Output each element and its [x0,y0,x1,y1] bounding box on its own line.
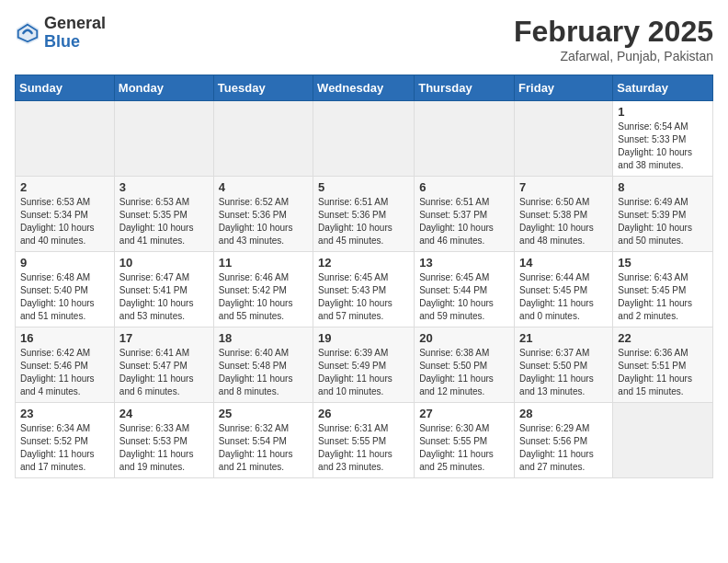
day-info: Sunrise: 6:48 AM Sunset: 5:40 PM Dayligh… [20,271,109,323]
calendar-day-header: Monday [114,75,213,101]
calendar-cell: 10Sunrise: 6:47 AM Sunset: 5:41 PM Dayli… [114,252,213,327]
calendar-day-header: Tuesday [213,75,313,101]
calendar-cell: 24Sunrise: 6:33 AM Sunset: 5:53 PM Dayli… [114,403,213,478]
calendar-week-row: 9Sunrise: 6:48 AM Sunset: 5:40 PM Daylig… [16,252,713,327]
calendar-cell: 26Sunrise: 6:31 AM Sunset: 5:55 PM Dayli… [313,403,415,478]
calendar-cell: 19Sunrise: 6:39 AM Sunset: 5:49 PM Dayli… [313,327,415,403]
day-number: 9 [20,256,109,270]
logo-blue-text: Blue [44,32,80,51]
calendar-cell: 6Sunrise: 6:51 AM Sunset: 5:37 PM Daylig… [415,177,515,252]
calendar-cell [114,101,213,177]
calendar-week-row: 23Sunrise: 6:34 AM Sunset: 5:52 PM Dayli… [16,403,713,478]
page-header: General Blue February 2025 Zafarwal, Pun… [15,15,713,63]
day-number: 11 [219,256,308,270]
logo-icon [15,20,40,46]
calendar-cell: 3Sunrise: 6:53 AM Sunset: 5:35 PM Daylig… [114,177,213,252]
day-info: Sunrise: 6:43 AM Sunset: 5:45 PM Dayligh… [618,271,708,323]
calendar-cell: 1Sunrise: 6:54 AM Sunset: 5:33 PM Daylig… [613,101,713,177]
day-number: 6 [419,180,509,194]
day-info: Sunrise: 6:33 AM Sunset: 5:53 PM Dayligh… [119,422,209,474]
calendar-table: SundayMondayTuesdayWednesdayThursdayFrid… [15,75,713,478]
calendar-cell: 11Sunrise: 6:46 AM Sunset: 5:42 PM Dayli… [213,252,313,327]
day-number: 10 [119,256,209,270]
calendar-cell: 9Sunrise: 6:48 AM Sunset: 5:40 PM Daylig… [16,252,115,327]
calendar-cell [313,101,415,177]
day-number: 22 [618,331,708,345]
day-number: 28 [519,407,608,420]
calendar-day-header: Friday [515,75,613,101]
day-number: 16 [20,331,109,345]
calendar-cell: 13Sunrise: 6:45 AM Sunset: 5:44 PM Dayli… [415,252,515,327]
day-number: 12 [318,256,409,270]
calendar-cell: 20Sunrise: 6:38 AM Sunset: 5:50 PM Dayli… [415,327,515,403]
day-info: Sunrise: 6:45 AM Sunset: 5:44 PM Dayligh… [419,271,509,323]
day-number: 21 [519,331,608,345]
calendar-cell [415,101,515,177]
main-title: February 2025 [514,15,713,49]
day-info: Sunrise: 6:36 AM Sunset: 5:51 PM Dayligh… [618,347,708,398]
subtitle: Zafarwal, Punjab, Pakistan [514,49,713,63]
calendar-cell: 12Sunrise: 6:45 AM Sunset: 5:43 PM Dayli… [313,252,415,327]
day-info: Sunrise: 6:53 AM Sunset: 5:34 PM Dayligh… [20,196,109,247]
day-number: 26 [318,407,409,420]
day-info: Sunrise: 6:29 AM Sunset: 5:56 PM Dayligh… [519,422,608,474]
day-number: 1 [618,105,708,119]
calendar-cell: 28Sunrise: 6:29 AM Sunset: 5:56 PM Dayli… [515,403,613,478]
calendar-week-row: 16Sunrise: 6:42 AM Sunset: 5:46 PM Dayli… [16,327,713,403]
title-block: February 2025 Zafarwal, Punjab, Pakistan [514,15,713,63]
calendar-body: 1Sunrise: 6:54 AM Sunset: 5:33 PM Daylig… [16,101,713,478]
day-info: Sunrise: 6:50 AM Sunset: 5:38 PM Dayligh… [519,196,608,247]
calendar-cell: 5Sunrise: 6:51 AM Sunset: 5:36 PM Daylig… [313,177,415,252]
day-number: 2 [20,180,109,194]
day-info: Sunrise: 6:32 AM Sunset: 5:54 PM Dayligh… [219,422,308,474]
calendar-cell: 16Sunrise: 6:42 AM Sunset: 5:46 PM Dayli… [16,327,115,403]
calendar-cell: 18Sunrise: 6:40 AM Sunset: 5:48 PM Dayli… [213,327,313,403]
day-number: 19 [318,331,409,345]
calendar-cell: 8Sunrise: 6:49 AM Sunset: 5:39 PM Daylig… [613,177,713,252]
calendar-cell: 7Sunrise: 6:50 AM Sunset: 5:38 PM Daylig… [515,177,613,252]
day-info: Sunrise: 6:40 AM Sunset: 5:48 PM Dayligh… [219,347,308,398]
calendar-cell: 17Sunrise: 6:41 AM Sunset: 5:47 PM Dayli… [114,327,213,403]
day-number: 4 [219,180,308,194]
logo: General Blue [15,15,106,52]
calendar-cell: 22Sunrise: 6:36 AM Sunset: 5:51 PM Dayli… [613,327,713,403]
day-info: Sunrise: 6:47 AM Sunset: 5:41 PM Dayligh… [119,271,209,323]
day-info: Sunrise: 6:31 AM Sunset: 5:55 PM Dayligh… [318,422,409,474]
day-number: 15 [618,256,708,270]
calendar-cell: 27Sunrise: 6:30 AM Sunset: 5:55 PM Dayli… [415,403,515,478]
day-info: Sunrise: 6:39 AM Sunset: 5:49 PM Dayligh… [318,347,409,398]
calendar-cell: 23Sunrise: 6:34 AM Sunset: 5:52 PM Dayli… [16,403,115,478]
calendar-header: SundayMondayTuesdayWednesdayThursdayFrid… [16,75,713,101]
day-number: 14 [519,256,608,270]
day-number: 20 [419,331,509,345]
calendar-cell [16,101,115,177]
calendar-cell: 25Sunrise: 6:32 AM Sunset: 5:54 PM Dayli… [213,403,313,478]
logo-general-text: General [44,14,106,32]
day-info: Sunrise: 6:34 AM Sunset: 5:52 PM Dayligh… [20,422,109,474]
calendar-week-row: 1Sunrise: 6:54 AM Sunset: 5:33 PM Daylig… [16,101,713,177]
day-info: Sunrise: 6:51 AM Sunset: 5:37 PM Dayligh… [419,196,509,247]
calendar-week-row: 2Sunrise: 6:53 AM Sunset: 5:34 PM Daylig… [16,177,713,252]
day-number: 8 [618,180,708,194]
day-info: Sunrise: 6:44 AM Sunset: 5:45 PM Dayligh… [519,271,608,323]
calendar-cell: 15Sunrise: 6:43 AM Sunset: 5:45 PM Dayli… [613,252,713,327]
day-number: 5 [318,180,409,194]
day-number: 3 [119,180,209,194]
calendar-day-header: Saturday [613,75,713,101]
day-number: 27 [419,407,509,420]
calendar-cell: 14Sunrise: 6:44 AM Sunset: 5:45 PM Dayli… [515,252,613,327]
calendar-day-header: Wednesday [313,75,415,101]
day-info: Sunrise: 6:46 AM Sunset: 5:42 PM Dayligh… [219,271,308,323]
day-number: 7 [519,180,608,194]
day-number: 13 [419,256,509,270]
calendar-cell: 2Sunrise: 6:53 AM Sunset: 5:34 PM Daylig… [16,177,115,252]
calendar-day-header: Thursday [415,75,515,101]
day-info: Sunrise: 6:51 AM Sunset: 5:36 PM Dayligh… [318,196,409,247]
logo-text: General Blue [44,15,106,52]
day-number: 24 [119,407,209,420]
day-info: Sunrise: 6:49 AM Sunset: 5:39 PM Dayligh… [618,196,708,247]
day-info: Sunrise: 6:37 AM Sunset: 5:50 PM Dayligh… [519,347,608,398]
calendar-cell: 4Sunrise: 6:52 AM Sunset: 5:36 PM Daylig… [213,177,313,252]
day-info: Sunrise: 6:52 AM Sunset: 5:36 PM Dayligh… [219,196,308,247]
day-number: 18 [219,331,308,345]
